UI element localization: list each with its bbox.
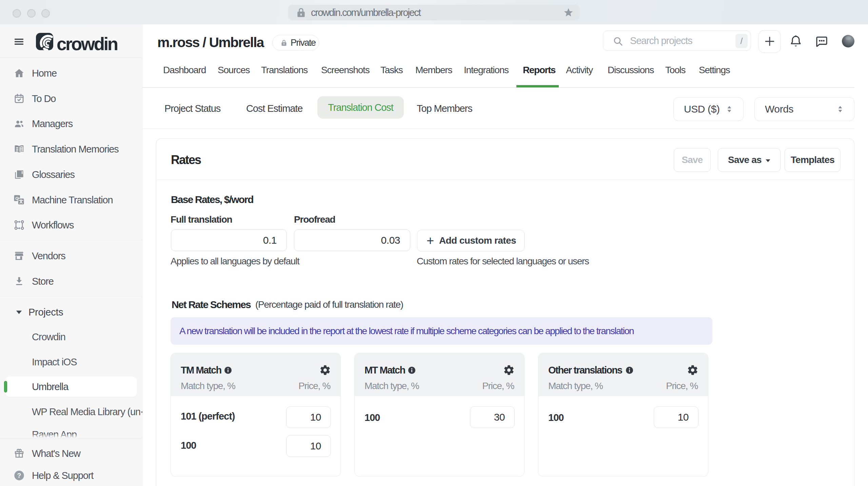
svg-text:?: ? — [17, 472, 21, 479]
